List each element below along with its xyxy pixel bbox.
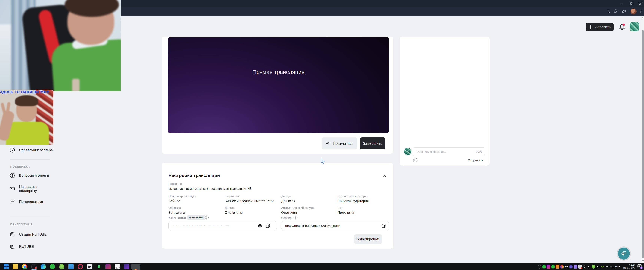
server-help-icon[interactable] — [293, 215, 298, 220]
finish-button-label: Завершить — [363, 141, 382, 146]
window-close-button[interactable] — [636, 0, 644, 8]
studio-icon — [10, 232, 15, 237]
sidebar-divider — [10, 217, 50, 217]
chat-char-counter: 0/200 — [476, 150, 482, 153]
sidebar-item-label: Написать в поддержку — [19, 185, 38, 193]
sidebar-item-rutube[interactable]: RUTUBE — [10, 244, 34, 249]
tray-mouse-icon[interactable] — [578, 265, 582, 268]
scrollbar-down-arrow[interactable] — [642, 260, 644, 262]
server-input[interactable]: rtmp://rtmp-lb-b.dth.rutube.ru/live_push — [281, 221, 389, 231]
mouse-cursor — [320, 159, 325, 165]
zoom-icon[interactable] — [606, 9, 611, 15]
window-maximize-button[interactable] — [627, 0, 636, 8]
tray-app2-icon[interactable] — [569, 265, 573, 268]
bookmark-star-icon[interactable] — [613, 9, 618, 15]
stream-key-masked-value: ••••••••••••••••••••••••••••••••••••••••… — [172, 224, 257, 227]
chat-message-input-wrap[interactable]: 0/200 — [413, 147, 485, 156]
chat-panel — [400, 37, 490, 166]
tray-microphone-icon[interactable] — [582, 265, 586, 268]
sidebar-item-contact-support[interactable]: Написать в поддержку — [10, 185, 38, 193]
taskbar-utorrent-icon[interactable] — [59, 264, 64, 269]
tray-nn-icon[interactable]: nn — [564, 265, 568, 268]
taskbar-app-tile-icon[interactable] — [106, 264, 111, 269]
emoji-icon[interactable] — [412, 158, 418, 164]
tray-notifications-icon[interactable]: 4 — [637, 264, 642, 269]
finish-stream-button[interactable]: Завершить — [360, 138, 386, 150]
browser-menu-icon[interactable] — [638, 9, 643, 15]
stream-key-help-icon[interactable] — [204, 215, 209, 220]
name-value: вы сейчас посмотрите, как проходит моя т… — [168, 187, 252, 191]
rutube-icon — [10, 244, 15, 249]
sidebar-item-label: RUTUBE — [19, 244, 34, 249]
field-value: Сейчас — [168, 199, 180, 203]
tray-wifi-icon[interactable] — [605, 265, 609, 268]
user-avatar[interactable] — [630, 22, 639, 31]
collapse-chevron-icon[interactable] — [382, 174, 387, 179]
flag-icon — [10, 199, 15, 204]
tray-utorrent-icon[interactable] — [592, 265, 595, 268]
question-icon — [10, 173, 15, 178]
tray-nvidia-icon[interactable] — [600, 265, 604, 268]
field-value: Для всех — [281, 199, 295, 203]
taskbar-photos-icon[interactable] — [68, 264, 74, 269]
copy-key-icon[interactable] — [265, 223, 270, 229]
taskbar-clock[interactable]: 14:46 03.02.2026 — [618, 264, 635, 269]
tray-java-icon[interactable] — [556, 265, 560, 268]
taskbar-app-purple-icon[interactable] — [124, 264, 129, 269]
sidebar-item-label: Студия RUTUBE — [19, 232, 46, 236]
support-chat-fab[interactable] — [618, 247, 630, 259]
page-scrollbar-thumb[interactable] — [642, 30, 644, 258]
browser-profile-avatar[interactable] — [630, 9, 636, 15]
add-button[interactable]: Добавить — [586, 23, 614, 32]
tray-keyboard-icon[interactable] — [610, 265, 613, 268]
tray-app-icon[interactable] — [547, 265, 550, 268]
mail-icon — [10, 186, 15, 191]
chat-bubbles-icon — [620, 250, 627, 257]
taskbar-app-drop-icon[interactable] — [96, 264, 102, 269]
sidebar-section-support: ПОДДЕРЖКА — [10, 165, 30, 168]
taskbar-capcut-icon[interactable] — [115, 264, 120, 269]
sidebar-item-blogger-guide[interactable]: Справочник блогера — [10, 148, 53, 153]
tray-whatsapp2-icon[interactable] — [551, 265, 555, 268]
stream-key-label: Ключ потока — [168, 216, 186, 220]
extensions-icon[interactable] — [622, 9, 626, 15]
tray-adobe-cc-icon[interactable] — [587, 265, 591, 268]
show-key-eye-icon[interactable] — [258, 223, 263, 229]
sidebar-label-line1: Написать в — [19, 185, 38, 189]
webcam-scene — [0, 0, 121, 91]
field-label: Возрастная категория — [338, 195, 368, 198]
tray-whatsapp-icon[interactable] — [542, 265, 546, 268]
copy-server-icon[interactable] — [381, 223, 386, 229]
taskbar-chrome-icon[interactable] — [22, 264, 27, 269]
tray-obs-icon[interactable] — [538, 265, 542, 268]
sidebar-divider — [10, 159, 50, 160]
taskbar-roblox-icon[interactable] — [87, 264, 92, 269]
sidebar-label-line2: поддержку — [19, 189, 38, 193]
notification-count-badge: 4 — [640, 267, 642, 269]
taskbar-operagx-icon[interactable] — [78, 264, 83, 269]
notifications-bell-icon[interactable] — [618, 23, 626, 32]
stream-status-text: Прямая трансляция — [168, 69, 389, 75]
edit-button-label: Редактировать — [356, 237, 380, 241]
chat-send-button[interactable]: Отправить — [468, 159, 483, 162]
sidebar-item-label: Пожаловаться — [19, 200, 43, 204]
scrollbar-up-arrow[interactable] — [642, 17, 644, 18]
sidebar-item-report[interactable]: Пожаловаться — [10, 199, 43, 204]
sidebar-item-faq[interactable]: Вопросы и ответы — [10, 173, 49, 178]
stream-key-input[interactable]: ••••••••••••••••••••••••••••••••••••••••… — [168, 221, 277, 231]
share-button[interactable]: Поделиться — [322, 138, 357, 150]
sidebar-item-studio-rutube[interactable]: Студия RUTUBE — [10, 232, 46, 237]
field-label: Донаты — [225, 206, 235, 210]
taskbar-explorer-icon[interactable] — [13, 264, 18, 269]
tray-volume-icon[interactable] — [596, 265, 600, 268]
plus-icon — [588, 25, 593, 29]
photo-caption: здесь то напиши мне — [0, 90, 53, 94]
window-minimize-button[interactable] — [617, 0, 626, 8]
edit-button[interactable]: Редактировать — [354, 234, 382, 244]
taskbar-whatsapp-icon[interactable] — [50, 264, 55, 269]
tray-app3-icon[interactable] — [574, 265, 577, 268]
taskbar-edge-icon[interactable] — [40, 264, 46, 269]
taskbar-active-app-highlight — [132, 264, 140, 270]
chat-message-input[interactable] — [416, 150, 476, 154]
tray-app-color-icon[interactable] — [560, 265, 564, 268]
